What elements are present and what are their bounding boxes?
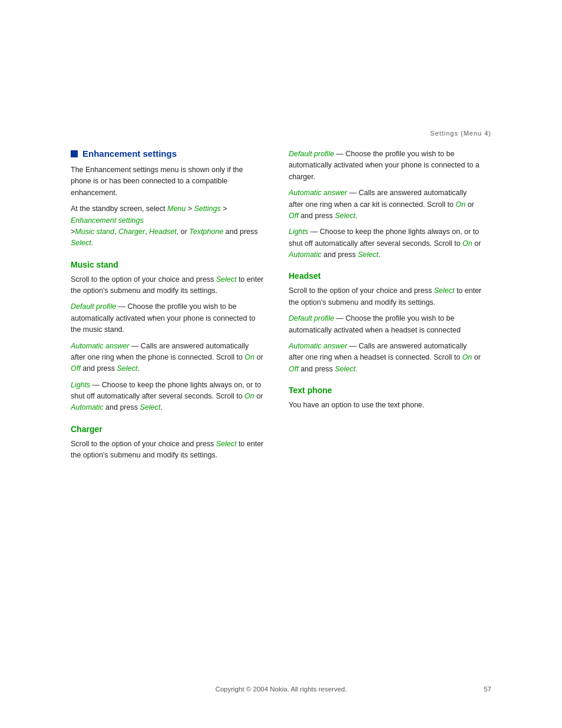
music-lights-label: Lights xyxy=(71,381,90,389)
music-auto-answer-label: Automatic answer xyxy=(71,342,129,350)
intro-select-link: Select xyxy=(71,239,91,247)
charger-auto-select: Select xyxy=(335,212,356,220)
charger-auto-on: On xyxy=(455,200,465,209)
headset-default-profile: Default profile — Choose the profile you… xyxy=(289,313,483,336)
content-area: Enhancement settings The Enhancement set… xyxy=(0,143,562,466)
intro-textphone-link: Textphone xyxy=(189,228,223,236)
page-footer: Copyright © 2004 Nokia. All rights reser… xyxy=(0,686,562,693)
headset-auto-off: Off xyxy=(289,365,299,373)
enhancement-settings-label: Enhancement settings xyxy=(82,149,177,159)
charger-default-profile-label: Default profile xyxy=(289,150,334,158)
music-default-profile: Default profile — Choose the profile you… xyxy=(71,301,265,335)
text-phone-title: Text phone xyxy=(289,386,483,395)
intro-enhancement-link: Enhancement settings xyxy=(71,216,144,225)
headset-select: Select xyxy=(434,286,455,295)
headset-auto-on: On xyxy=(462,353,472,361)
footer-page-number: 57 xyxy=(484,686,491,693)
intro-music-link: Music stand xyxy=(75,228,114,236)
music-stand-intro: Scroll to the option of your choice and … xyxy=(71,274,265,297)
intro-settings-link: Settings xyxy=(194,205,221,213)
music-lights-on: On xyxy=(244,392,254,400)
text-phone-body: You have an option to use the text phone… xyxy=(289,400,483,411)
music-auto-answer: Automatic answer — Calls are answered au… xyxy=(71,341,265,375)
charger-intro: Scroll to the option of your choice and … xyxy=(71,439,265,462)
page: Settings (Menu 4) Enhancement settings T… xyxy=(0,0,562,728)
charger-lights-label: Lights xyxy=(289,228,308,236)
music-stand-select: Select xyxy=(216,275,237,284)
music-auto-off: Off xyxy=(71,364,81,373)
charger-auto-off: Off xyxy=(289,212,299,220)
music-lights: Lights — Choose to keep the phone lights… xyxy=(71,380,265,414)
headset-auto-answer-label: Automatic answer xyxy=(289,342,347,350)
enhancement-settings-title: Enhancement settings xyxy=(71,149,265,159)
charger-title: Charger xyxy=(71,424,265,434)
blue-square-icon xyxy=(71,150,78,157)
charger-auto-answer: Automatic answer — Calls are answered au… xyxy=(289,187,483,222)
page-header: Settings (Menu 4) xyxy=(0,0,562,143)
charger-lights-auto: Automatic xyxy=(289,251,322,259)
charger-lights: Lights — Choose to keep the phone lights… xyxy=(289,226,483,261)
header-label: Settings (Menu 4) xyxy=(430,130,491,137)
headset-intro: Scroll to the option of your choice and … xyxy=(289,285,483,308)
intro-menu-link: Menu xyxy=(167,205,186,213)
intro-paragraph-2: At the standby screen, select Menu > Set… xyxy=(71,203,265,249)
charger-select: Select xyxy=(216,440,237,448)
left-column: Enhancement settings The Enhancement set… xyxy=(71,149,265,466)
music-auto-on: On xyxy=(244,353,254,361)
music-auto-select: Select xyxy=(117,364,138,373)
right-column: Default profile — Choose the profile you… xyxy=(289,149,483,466)
music-default-profile-label: Default profile xyxy=(71,302,116,311)
charger-default-profile: Default profile — Choose the profile you… xyxy=(289,149,483,183)
charger-lights-select: Select xyxy=(358,251,378,259)
intro-paragraph-1: The Enhancement settings menu is shown o… xyxy=(71,164,265,199)
headset-default-profile-label: Default profile xyxy=(289,314,334,322)
headset-auto-answer: Automatic answer — Calls are answered au… xyxy=(289,341,483,375)
intro-headset-link: Headset xyxy=(149,228,177,236)
footer-copyright: Copyright © 2004 Nokia. All rights reser… xyxy=(215,686,346,693)
music-lights-auto: Automatic xyxy=(71,403,104,411)
music-stand-title: Music stand xyxy=(71,260,265,269)
music-lights-select: Select xyxy=(140,403,160,411)
intro-charger-link: Charger xyxy=(118,228,145,236)
headset-title: Headset xyxy=(289,271,483,281)
charger-lights-on: On xyxy=(462,239,472,248)
headset-auto-select: Select xyxy=(335,365,356,373)
charger-auto-answer-label: Automatic answer xyxy=(289,189,347,197)
